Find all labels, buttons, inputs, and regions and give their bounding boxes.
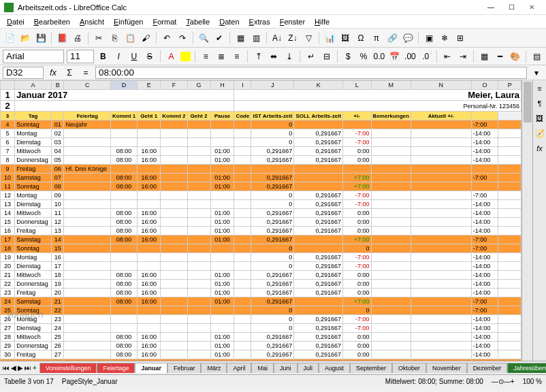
print-icon[interactable]: 🖨 xyxy=(71,31,84,45)
cell[interactable] xyxy=(294,182,343,191)
cell[interactable]: 0,291667 xyxy=(294,289,343,297)
cell[interactable] xyxy=(371,191,411,200)
cell[interactable]: 0,291667 xyxy=(294,315,343,324)
cell[interactable] xyxy=(161,297,187,306)
cell[interactable]: 0 xyxy=(251,324,294,333)
cell[interactable] xyxy=(498,280,521,289)
cell[interactable] xyxy=(161,271,187,280)
cell[interactable] xyxy=(161,280,187,289)
cell[interactable]: Montag xyxy=(15,129,52,138)
cell[interactable]: -14:00 xyxy=(471,218,498,227)
cell[interactable] xyxy=(187,333,210,342)
row-header[interactable]: 4 xyxy=(1,120,15,129)
date-icon[interactable]: 📅 xyxy=(388,50,401,63)
cell[interactable]: 0:00 xyxy=(343,209,372,218)
sheet-tab-mai[interactable]: Mai xyxy=(251,363,274,373)
cell[interactable] xyxy=(498,306,521,315)
cell[interactable] xyxy=(498,182,521,191)
row-header[interactable]: 18 xyxy=(1,244,15,253)
cell[interactable] xyxy=(161,235,187,244)
dec-inc-icon[interactable]: .00 xyxy=(404,50,417,63)
cell[interactable]: 0,291667 xyxy=(294,147,343,156)
cell[interactable]: Mittwoch xyxy=(15,333,52,342)
cell[interactable]: 01:00 xyxy=(210,147,234,156)
cell[interactable] xyxy=(498,218,521,227)
find-icon[interactable]: 🔍 xyxy=(197,31,210,45)
cell[interactable] xyxy=(411,129,471,138)
cell[interactable]: 16 xyxy=(52,253,64,262)
cell[interactable]: 0:00 xyxy=(343,271,372,280)
cell[interactable] xyxy=(138,244,161,253)
cell[interactable] xyxy=(498,271,521,280)
cell[interactable]: 16:00 xyxy=(138,209,161,218)
cell[interactable]: +7:00 xyxy=(343,235,372,244)
cell[interactable] xyxy=(161,289,187,297)
row-header[interactable]: 13 xyxy=(1,200,15,209)
cell[interactable]: 0,291667 xyxy=(294,253,343,262)
cell[interactable]: 0 xyxy=(251,306,294,315)
cell[interactable] xyxy=(187,191,210,200)
cell[interactable]: 11 xyxy=(52,209,64,218)
cell[interactable]: 0,291667 xyxy=(251,350,294,359)
cell[interactable] xyxy=(64,191,111,200)
cell[interactable]: -7:00 xyxy=(343,315,372,324)
cell[interactable]: -7:00 xyxy=(471,306,498,315)
cell[interactable] xyxy=(187,297,210,306)
cell[interactable] xyxy=(187,147,210,156)
cell[interactable] xyxy=(371,244,411,253)
font-size-input[interactable] xyxy=(67,50,94,63)
cell[interactable] xyxy=(64,306,111,315)
cell[interactable] xyxy=(64,200,111,209)
cell[interactable]: 16:00 xyxy=(138,359,161,361)
align-center-icon[interactable]: ≣ xyxy=(215,50,228,63)
cell[interactable] xyxy=(138,138,161,147)
cell[interactable] xyxy=(110,244,137,253)
cell[interactable]: Freitag xyxy=(15,165,52,174)
cell[interactable]: 16:00 xyxy=(138,350,161,359)
bg-color-icon[interactable] xyxy=(180,52,191,61)
cell[interactable]: 16:00 xyxy=(138,333,161,342)
cell[interactable]: 0:00 xyxy=(343,333,372,342)
cell[interactable] xyxy=(161,244,187,253)
cell[interactable]: 0,291667 xyxy=(251,235,294,244)
cell[interactable]: 0,291667 xyxy=(251,156,294,165)
row-header[interactable]: 3 xyxy=(1,112,15,120)
tab-first-icon[interactable]: ⏮ xyxy=(3,364,10,372)
cell[interactable]: Montag xyxy=(15,315,52,324)
cell[interactable] xyxy=(138,200,161,209)
row-header[interactable]: 16 xyxy=(1,227,15,235)
cell[interactable]: Samstag xyxy=(15,174,52,182)
menu-format[interactable]: Format xyxy=(148,16,180,27)
cell[interactable]: 06 xyxy=(52,165,64,174)
merge-icon[interactable]: ⊟ xyxy=(320,50,333,63)
cell[interactable] xyxy=(110,120,137,129)
col-header[interactable]: K xyxy=(294,81,343,90)
cell[interactable] xyxy=(411,120,471,129)
filter-icon[interactable]: ▽ xyxy=(302,31,315,45)
cell[interactable]: 16:00 xyxy=(138,227,161,235)
cell[interactable] xyxy=(110,138,137,147)
cell[interactable]: 08 xyxy=(52,182,64,191)
cell[interactable] xyxy=(187,209,210,218)
menu-hilfe[interactable]: Hilfe xyxy=(310,16,334,27)
navigator-icon[interactable]: 🧭 xyxy=(534,129,545,140)
cell[interactable] xyxy=(187,244,210,253)
cell[interactable] xyxy=(411,235,471,244)
cell[interactable]: 25 xyxy=(52,333,64,342)
cell[interactable] xyxy=(161,227,187,235)
cell[interactable] xyxy=(294,174,343,182)
spell-icon[interactable]: ✔ xyxy=(212,31,226,45)
cell[interactable] xyxy=(234,156,251,165)
cell[interactable]: 13 xyxy=(52,227,64,235)
cell[interactable]: 01:00 xyxy=(210,297,234,306)
border-style-icon[interactable]: ━ xyxy=(494,50,507,63)
cell[interactable]: 0 xyxy=(251,129,294,138)
special-char-icon[interactable]: π xyxy=(370,31,383,45)
cell[interactable] xyxy=(411,200,471,209)
cell[interactable] xyxy=(64,350,111,359)
col-header[interactable]: O xyxy=(471,81,498,90)
row-header[interactable]: 5 xyxy=(1,129,15,138)
cell[interactable]: 0:00 xyxy=(343,227,372,235)
cell[interactable]: 0:00 xyxy=(343,218,372,227)
font-color-icon[interactable]: A xyxy=(165,50,178,63)
